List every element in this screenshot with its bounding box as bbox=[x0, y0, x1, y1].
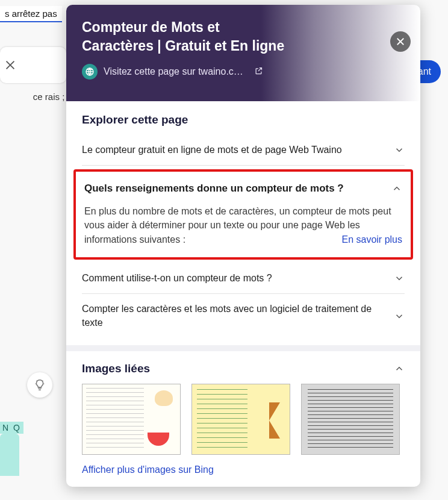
thumb-heading: Compteur de mots / caractères gratuit en… bbox=[276, 25, 414, 31]
background-avatar bbox=[0, 434, 19, 476]
accordion-body-1: En plus du nombre de mots et de caractèr… bbox=[84, 204, 402, 246]
accordion-header-0[interactable]: Le compteur gratuit en ligne de mots et … bbox=[82, 143, 405, 157]
background-letters: N Q bbox=[0, 422, 23, 434]
images-section-title: Images liées bbox=[82, 362, 150, 375]
section-divider bbox=[66, 345, 420, 351]
accordion-header-2[interactable]: Comment utilise-t-on un compteur de mots… bbox=[82, 272, 405, 285]
related-image-3[interactable] bbox=[301, 384, 400, 455]
hero-header: Compteur de mots / caractères gratuit en… bbox=[66, 5, 420, 101]
accordion-item-0: Le compteur gratuit en ligne de mots et … bbox=[82, 135, 405, 166]
accordion-item-1: Quels renseignements donne un compteur d… bbox=[73, 169, 413, 259]
related-image-2[interactable] bbox=[191, 384, 290, 455]
external-link-icon bbox=[254, 66, 263, 78]
chevron-down-icon bbox=[394, 145, 405, 155]
page-title: Compteur de Mots et Caractères | Gratuit… bbox=[82, 18, 287, 55]
visit-page-label: Visitez cette page sur twaino.c… bbox=[104, 66, 243, 77]
page-thumbnail: Compteur de mots / caractères gratuit en… bbox=[264, 5, 420, 101]
chevron-up-icon bbox=[391, 183, 402, 194]
learn-more-link[interactable]: En savoir plus bbox=[342, 233, 403, 246]
accordion-label: Comment utilise-t-on un compteur de mots… bbox=[82, 272, 272, 285]
background-close-pill[interactable] bbox=[0, 47, 66, 83]
more-images-link[interactable]: Afficher plus d'images sur Bing bbox=[82, 464, 405, 475]
accordion-item-3: Compter les caractères et les mots avec … bbox=[82, 294, 405, 338]
close-icon bbox=[4, 58, 17, 72]
chevron-down-icon bbox=[394, 311, 405, 322]
background-truncated-text: s arrêtez pas bbox=[0, 6, 62, 22]
close-icon bbox=[395, 36, 406, 47]
accordion-header-3[interactable]: Compter les caractères et les mots avec … bbox=[82, 302, 405, 330]
site-favicon bbox=[82, 64, 98, 80]
explore-section-title: Explorer cette page bbox=[82, 113, 405, 127]
page-preview-panel: Compteur de mots / caractères gratuit en… bbox=[66, 5, 420, 487]
close-button[interactable] bbox=[390, 31, 411, 52]
chevron-down-icon bbox=[394, 273, 405, 284]
accordion-label: Compter les caractères et les mots avec … bbox=[82, 302, 384, 330]
accordion-label: Le compteur gratuit en ligne de mots et … bbox=[82, 143, 342, 157]
chevron-up-icon[interactable] bbox=[394, 363, 405, 374]
related-image-1[interactable] bbox=[82, 384, 181, 455]
accordion-item-2: Comment utilise-t-on un compteur de mots… bbox=[82, 263, 405, 294]
lightbulb-icon[interactable] bbox=[27, 372, 52, 398]
accordion-header-1[interactable]: Quels renseignements donne un compteur d… bbox=[84, 181, 402, 196]
visit-page-link[interactable]: Visitez cette page sur twaino.c… bbox=[82, 64, 405, 80]
related-images-row bbox=[82, 384, 405, 455]
accordion-label: Quels renseignements donne un compteur d… bbox=[84, 181, 344, 196]
panel-content: Explorer cette page Le compteur gratuit … bbox=[66, 101, 420, 481]
